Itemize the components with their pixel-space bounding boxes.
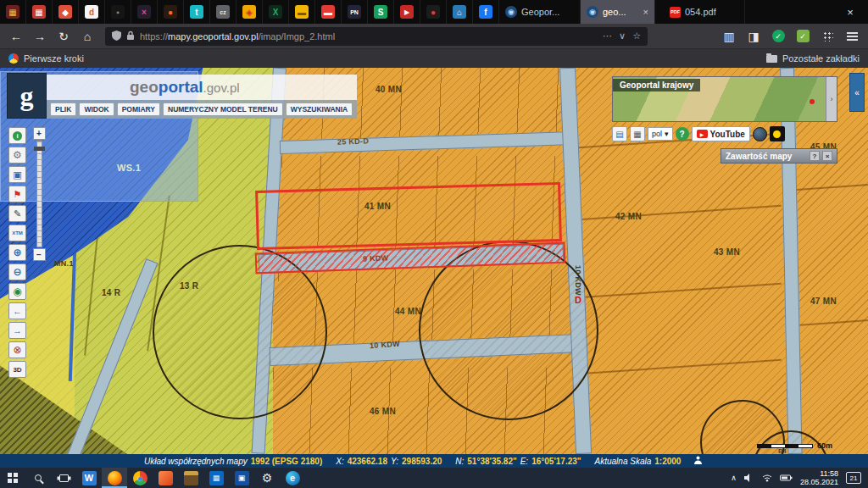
- tab-geoportal[interactable]: ◉ Geopor...: [499, 0, 581, 24]
- hidden-icons-chevron[interactable]: ∧: [731, 474, 737, 482]
- taskbar-app[interactable]: [178, 468, 203, 488]
- notifications-badge[interactable]: 21: [846, 472, 861, 484]
- tab-pdf[interactable]: PDF 054.pdf: [664, 0, 745, 24]
- pinned-tab[interactable]: ▦: [26, 0, 53, 24]
- pinned-tab[interactable]: S: [368, 0, 394, 24]
- overview-minimap[interactable]: Geoportal krajowy ›: [612, 76, 837, 122]
- menu-item[interactable]: POMIARY: [117, 103, 160, 116]
- pinned-tab[interactable]: ◆: [53, 0, 79, 24]
- side-panel-tab[interactable]: «: [849, 73, 865, 112]
- map-top-toolbar: ▤ ▦ pol▾ ? ▶YouTube: [612, 125, 785, 142]
- lock-icon[interactable]: [126, 29, 135, 44]
- pinned-tab[interactable]: ▪: [105, 0, 131, 24]
- zoom-track[interactable]: [36, 141, 42, 247]
- zoom-out-button[interactable]: −: [33, 248, 46, 261]
- task-view-button[interactable]: [51, 468, 76, 488]
- pinned-tab[interactable]: ●: [158, 0, 184, 24]
- home-button[interactable]: ⌂: [76, 26, 98, 47]
- pinned-tab[interactable]: cz: [210, 0, 236, 24]
- pinned-tab[interactable]: ×: [131, 0, 158, 24]
- brand-geo: geo: [130, 78, 159, 97]
- bookmark-first-steps[interactable]: Pierwsze kroki: [24, 53, 84, 64]
- pinned-tab[interactable]: PN: [342, 0, 368, 24]
- pinned-tab[interactable]: ▬: [315, 0, 342, 24]
- bookmark-star-icon[interactable]: ☆: [632, 30, 641, 42]
- pinned-tab[interactable]: d: [79, 0, 105, 24]
- map-tool-button[interactable]: XTM: [8, 225, 26, 241]
- other-bookmarks[interactable]: Pozostałe zakładki: [782, 53, 860, 64]
- map-tool-button[interactable]: ⊗: [8, 341, 26, 358]
- map-contents-panel-header[interactable]: Zawartość mapy ? ×: [721, 148, 837, 164]
- adblock-extension-icon[interactable]: ✓: [767, 26, 789, 47]
- user-icon[interactable]: [694, 456, 702, 466]
- pinned-tab[interactable]: ▦: [0, 0, 26, 24]
- pinned-tab[interactable]: ⌂: [447, 0, 473, 24]
- volume-icon[interactable]: [744, 474, 754, 482]
- reload-button[interactable]: ↻: [53, 26, 75, 47]
- map-tool-button[interactable]: ⚑: [8, 186, 26, 202]
- tracking-shield-icon[interactable]: [112, 29, 121, 44]
- pinned-tab[interactable]: X: [263, 0, 289, 24]
- taskbar-clock[interactable]: 11:5828.05.2021: [800, 469, 838, 486]
- url-bar[interactable]: https://mapy.geoportal.gov.pl/imap/Imgp_…: [105, 27, 648, 46]
- panel-help-icon[interactable]: ?: [810, 151, 820, 161]
- battery-icon[interactable]: [780, 474, 793, 481]
- sidebar-icon[interactable]: ◨: [743, 26, 765, 47]
- tab-active-geoportal[interactable]: ◉ geo... ×: [581, 0, 655, 24]
- pinned-tab[interactable]: ▬: [289, 0, 315, 24]
- globe-icon[interactable]: [753, 127, 767, 141]
- zoom-handle[interactable]: [34, 147, 45, 151]
- menu-hamburger-icon[interactable]: [841, 26, 863, 47]
- youtube-button[interactable]: ▶YouTube: [692, 126, 750, 141]
- map-canvas[interactable]: 40 MN25 KD-D41 MN42 MN45 MN43 MN47 MN44 …: [0, 68, 868, 454]
- pinned-tab[interactable]: ▶: [394, 0, 420, 24]
- forward-button[interactable]: →: [29, 26, 51, 47]
- map-tool-button[interactable]: →: [8, 322, 26, 339]
- map-tool-button[interactable]: ⊖: [8, 263, 26, 280]
- map-tool-button[interactable]: 3D: [8, 361, 26, 378]
- menu-item[interactable]: WYSZUKIWANIA: [286, 103, 353, 116]
- map-tool-button[interactable]: ✎: [8, 205, 26, 222]
- menu-item[interactable]: NUMERYCZNY MODEL TERENU: [163, 103, 283, 116]
- print-icon[interactable]: ▦: [630, 126, 645, 141]
- wifi-icon[interactable]: [762, 474, 772, 482]
- pocket-icon[interactable]: ∨: [619, 30, 626, 42]
- antivirus-extension-icon[interactable]: ✓: [792, 26, 814, 47]
- zoom-in-button[interactable]: +: [33, 127, 46, 140]
- map-tool-button[interactable]: i: [8, 127, 26, 144]
- tab-close-icon[interactable]: ×: [643, 7, 648, 17]
- extensions-grid-icon[interactable]: [816, 26, 838, 47]
- start-button[interactable]: [0, 468, 25, 488]
- window-close-button[interactable]: ×: [832, 0, 868, 24]
- pinned-tab[interactable]: f: [473, 0, 499, 24]
- map-tool-button[interactable]: ⚙: [8, 147, 26, 164]
- map-tool-button[interactable]: ▣: [8, 166, 26, 183]
- pinned-tab[interactable]: ◈: [236, 0, 263, 24]
- map-tool-button[interactable]: ←: [8, 302, 26, 319]
- taskbar-app[interactable]: [153, 468, 178, 488]
- geoportal-logo[interactable]: g: [7, 73, 47, 119]
- page-actions-icon[interactable]: ⋯: [603, 30, 612, 42]
- map-tool-button[interactable]: ◉: [8, 283, 26, 300]
- library-icon[interactable]: ▥: [718, 26, 740, 47]
- collapse-overview-button[interactable]: ›: [826, 77, 837, 121]
- help-button[interactable]: ?: [676, 127, 689, 141]
- contrast-mode-button[interactable]: [770, 126, 785, 141]
- taskbar-app[interactable]: e: [280, 468, 305, 488]
- language-select[interactable]: pol▾: [648, 127, 673, 141]
- search-button[interactable]: [25, 468, 51, 488]
- back-button[interactable]: ←: [5, 26, 27, 47]
- menu-item[interactable]: PLIK: [50, 103, 76, 116]
- panel-close-icon[interactable]: ×: [822, 151, 832, 161]
- pinned-tab[interactable]: t: [184, 0, 210, 24]
- taskbar-app[interactable]: ⚙: [254, 468, 280, 488]
- taskbar-app[interactable]: ●: [127, 468, 153, 488]
- taskbar-app[interactable]: ▣: [229, 468, 254, 488]
- pinned-tab[interactable]: ●: [420, 0, 447, 24]
- taskbar-app[interactable]: ▦: [203, 468, 229, 488]
- menu-item[interactable]: WIDOK: [79, 103, 114, 116]
- taskbar-app[interactable]: W: [76, 468, 102, 488]
- taskbar-app[interactable]: [102, 468, 127, 488]
- map-tool-button[interactable]: ⊕: [8, 244, 26, 261]
- legend-icon[interactable]: ▤: [612, 126, 627, 141]
